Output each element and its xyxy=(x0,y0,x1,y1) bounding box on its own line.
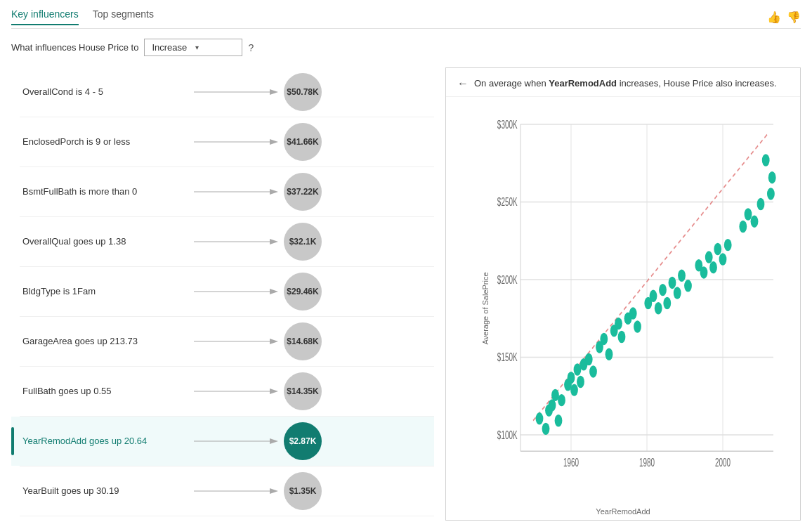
svg-point-73 xyxy=(709,261,717,273)
svg-marker-11 xyxy=(270,339,278,344)
svg-text:2000: 2000 xyxy=(715,456,731,469)
svg-point-37 xyxy=(536,412,544,424)
line-arrow xyxy=(194,136,278,148)
chart-title-var: YearRemodAdd xyxy=(549,78,617,89)
svg-point-65 xyxy=(663,296,671,308)
svg-point-63 xyxy=(655,302,662,314)
svg-point-83 xyxy=(767,188,775,200)
svg-point-57 xyxy=(618,330,626,342)
chart-area: Average of SalePrice YearRemodAdd xyxy=(446,97,800,521)
svg-marker-1 xyxy=(270,89,278,95)
selected-indicator xyxy=(11,427,14,455)
svg-point-60 xyxy=(634,320,641,332)
svg-marker-17 xyxy=(270,488,278,494)
svg-point-67 xyxy=(674,287,681,299)
svg-point-42 xyxy=(555,414,563,426)
svg-point-38 xyxy=(542,422,550,434)
influencer-item-8[interactable]: YearRemodAdd goes up 20.64$2.87K xyxy=(11,417,434,466)
svg-point-77 xyxy=(739,220,747,232)
influencer-item-3[interactable]: BsmtFullBath is more than 0$37.22K xyxy=(11,167,434,216)
influencer-label: BsmtFullBath is more than 0 xyxy=(20,185,188,198)
y-axis-label: Average of SalePrice xyxy=(481,272,490,344)
thumbs-down-icon[interactable]: 👎 xyxy=(787,11,801,24)
svg-point-66 xyxy=(669,276,676,288)
influencer-bubble: $32.1K xyxy=(284,223,322,261)
influencer-item-9[interactable]: YearBuilt goes up 30.19$1.35K xyxy=(11,466,434,516)
svg-point-45 xyxy=(568,371,575,383)
svg-point-75 xyxy=(719,253,727,265)
tabs-left: Key influencers Top segments xyxy=(11,8,154,25)
line-arrow xyxy=(194,436,278,447)
tab-key-influencers[interactable]: Key influencers xyxy=(11,8,79,25)
influencer-item-2[interactable]: EnclosedPorch is 9 or less$41.66K xyxy=(11,117,434,166)
tab-top-segments[interactable]: Top segments xyxy=(93,8,154,25)
influencer-label: EnclosedPorch is 9 or less xyxy=(20,136,188,148)
influencer-item-4[interactable]: OverallQual goes up 1.38$32.1K xyxy=(11,217,434,266)
svg-point-64 xyxy=(659,283,667,295)
svg-point-72 xyxy=(705,251,713,263)
svg-text:$200K: $200K xyxy=(497,273,518,286)
svg-marker-7 xyxy=(270,239,278,244)
tabs-row: Key influencers Top segments 👍 👎 xyxy=(11,8,801,29)
svg-text:$100K: $100K xyxy=(497,429,518,441)
filter-label: What influences House Price to xyxy=(11,42,138,53)
svg-marker-15 xyxy=(270,438,278,444)
chart-title-target: House Price xyxy=(664,78,714,89)
svg-text:1980: 1980 xyxy=(639,456,655,469)
chart-title-prefix: On average when xyxy=(474,78,549,89)
main-content: OverallCond is 4 - 5$50.78KEnclosedPorch… xyxy=(11,67,801,521)
svg-text:$150K: $150K xyxy=(497,351,518,363)
svg-point-54 xyxy=(605,348,613,360)
influencer-label: OverallQual goes up 1.38 xyxy=(20,235,188,248)
influencer-item-7[interactable]: FullBath goes up 0.55$14.35K xyxy=(11,367,434,416)
svg-text:$250K: $250K xyxy=(497,195,518,208)
influencers-list: OverallCond is 4 - 5$50.78KEnclosedPorch… xyxy=(11,67,440,521)
influencer-label: GarageArea goes up 213.73 xyxy=(20,335,188,348)
influencer-item-6[interactable]: GarageArea goes up 213.73$14.68K xyxy=(11,317,434,366)
influencer-item-1[interactable]: OverallCond is 4 - 5$50.78K xyxy=(11,67,434,117)
influencer-item-5[interactable]: BldgType is 1Fam$29.46K xyxy=(11,267,434,316)
separator xyxy=(20,516,434,516)
svg-marker-5 xyxy=(270,189,278,195)
influencer-label: OverallCond is 4 - 5 xyxy=(20,86,188,98)
influencer-bubble: $14.35K xyxy=(284,372,322,410)
thumbs-up-icon[interactable]: 👍 xyxy=(767,11,781,24)
filter-dropdown[interactable]: Increase ▾ xyxy=(144,39,242,56)
svg-point-51 xyxy=(589,365,597,377)
chart-title-mid: increases, xyxy=(617,78,663,89)
line-arrow xyxy=(194,186,278,197)
influencer-bubble: $1.35K xyxy=(284,472,322,510)
svg-point-79 xyxy=(751,215,759,227)
influencer-label: YearBuilt goes up 30.19 xyxy=(20,485,188,497)
line-arrow xyxy=(194,286,278,297)
svg-point-80 xyxy=(757,197,765,209)
tab-icons: 👍 👎 xyxy=(767,11,801,24)
help-icon[interactable]: ? xyxy=(248,42,254,53)
chevron-down-icon: ▾ xyxy=(195,44,235,51)
chart-panel: ← On average when YearRemodAdd increases… xyxy=(445,67,801,521)
svg-point-68 xyxy=(678,269,686,281)
back-arrow-icon[interactable]: ← xyxy=(457,77,469,90)
influencer-bubble: $37.22K xyxy=(284,173,322,211)
svg-point-82 xyxy=(768,171,776,183)
influencer-label: BldgType is 1Fam xyxy=(20,285,188,298)
line-arrow xyxy=(194,86,278,98)
svg-text:$300K: $300K xyxy=(497,118,518,131)
line-arrow xyxy=(194,236,278,247)
influencer-label: FullBath goes up 0.55 xyxy=(20,385,188,398)
influencer-bubble: $2.87K xyxy=(284,422,322,460)
svg-point-76 xyxy=(724,238,732,250)
svg-point-46 xyxy=(570,384,578,396)
svg-point-48 xyxy=(577,375,584,387)
influencer-bubble: $50.78K xyxy=(284,73,322,111)
svg-text:1960: 1960 xyxy=(563,456,579,469)
svg-point-74 xyxy=(714,242,721,254)
svg-marker-3 xyxy=(270,139,278,145)
influencer-label: YearRemodAdd goes up 20.64 xyxy=(20,435,188,448)
chart-title-suffix: also increases. xyxy=(713,78,776,89)
svg-point-81 xyxy=(762,154,770,166)
scatter-chart: $300K $250K $200K $150K $100K 1960 1980 … xyxy=(495,104,786,492)
main-container: Key influencers Top segments 👍 👎 What in… xyxy=(0,0,812,529)
line-arrow xyxy=(194,485,278,497)
svg-marker-9 xyxy=(270,289,278,294)
